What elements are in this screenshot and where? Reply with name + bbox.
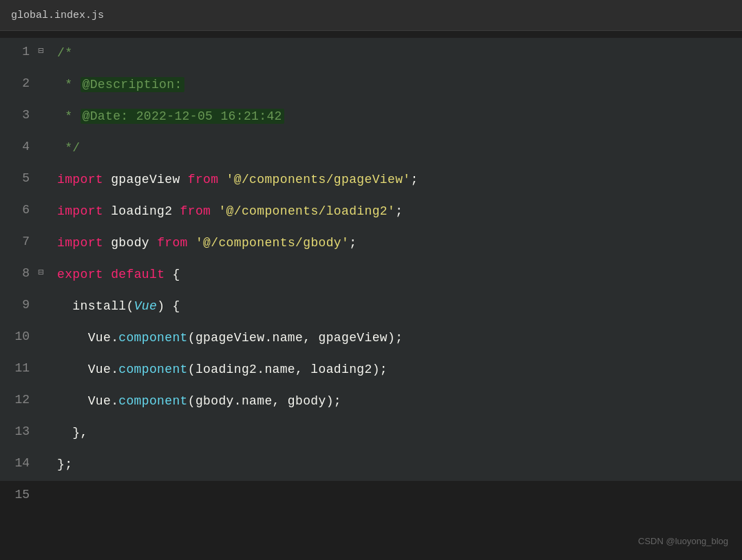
code-token: '@/components/gbody': [195, 236, 349, 250]
code-line: 11 Vue.component(loading2.name, loading2…: [0, 354, 742, 386]
code-token: '@/components/loading2': [218, 204, 395, 218]
code-line: 5import gpageView from '@/components/gpa…: [0, 164, 742, 196]
line-code-content: };: [52, 449, 742, 481]
fold-indicator: [38, 386, 52, 418]
code-line: 10 Vue.component(gpageView.name, gpageVi…: [0, 323, 742, 354]
code-token: Vue.: [57, 394, 118, 408]
code-token: },: [57, 426, 88, 440]
code-token: };: [57, 457, 72, 471]
code-token: component: [118, 363, 187, 376]
code-line: 7import gbody from '@/components/gbody';: [0, 228, 742, 259]
fold-indicator: [38, 481, 52, 513]
code-token: default: [111, 268, 165, 281]
line-number: 13: [0, 418, 38, 449]
code-token: ) {: [157, 299, 180, 313]
code-token: '@/components/gpageView': [226, 173, 411, 186]
code-token: component: [118, 331, 187, 345]
code-line: 2 * @Description:: [0, 69, 742, 101]
code-token: Vue.: [57, 331, 118, 345]
line-code-content: Vue.component(loading2.name, loading2);: [52, 354, 742, 386]
line-code-content: },: [52, 418, 742, 449]
line-code-content: [52, 481, 742, 513]
code-token: [188, 236, 195, 250]
code-token: ;: [395, 204, 403, 218]
fold-indicator: [38, 133, 52, 164]
code-token: ;: [410, 173, 418, 186]
code-line: 6import loading2 from '@/components/load…: [0, 196, 742, 228]
code-line: 14};: [0, 449, 742, 481]
line-number: 3: [0, 101, 38, 133]
line-code-content: * @Description:: [52, 69, 742, 101]
code-token: from: [180, 204, 211, 218]
fold-indicator: [38, 323, 52, 354]
code-token: import: [57, 236, 103, 250]
code-token: gbody: [103, 236, 157, 250]
code-token: install(: [57, 299, 134, 313]
line-number: 1: [0, 38, 38, 69]
code-line: 9 install(Vue) {: [0, 291, 742, 323]
fold-indicator: [38, 164, 52, 196]
code-token: gpageView: [103, 173, 188, 186]
line-code-content: import loading2 from '@/components/loadi…: [52, 196, 742, 228]
file-title: global.index.js: [11, 10, 104, 21]
fold-indicator: [38, 69, 52, 101]
line-number: 4: [0, 133, 38, 164]
fold-indicator: [38, 418, 52, 449]
code-token: [218, 173, 226, 186]
code-token: [211, 204, 218, 218]
code-token: */: [57, 141, 81, 155]
line-code-content: export default {: [52, 259, 742, 291]
code-token: from: [188, 173, 219, 186]
fold-indicator: [38, 354, 52, 386]
line-number: 14: [0, 449, 38, 481]
code-token: (gbody.name, gbody);: [188, 394, 341, 408]
line-number: 5: [0, 164, 38, 196]
line-code-content: import gbody from '@/components/gbody';: [52, 228, 742, 259]
code-token: /*: [57, 46, 72, 60]
code-token: @Date: 2022-12-05 16:21:42: [81, 109, 284, 124]
code-token: ;: [349, 236, 357, 250]
line-number: 10: [0, 323, 38, 354]
fold-indicator: [38, 449, 52, 481]
code-line: 4 */: [0, 133, 742, 164]
line-code-content: Vue.component(gbody.name, gbody);: [52, 386, 742, 418]
fold-indicator: [38, 101, 52, 133]
line-number: 12: [0, 386, 38, 418]
code-token: @Description:: [81, 77, 184, 92]
fold-indicator: [38, 291, 52, 323]
code-line: 13 },: [0, 418, 742, 449]
line-code-content: */: [52, 133, 742, 164]
code-token: (gpageView.name, gpageView);: [188, 331, 403, 345]
fold-indicator: [38, 228, 52, 259]
code-line: 8⊟export default {: [0, 259, 742, 291]
fold-indicator: ⊟: [38, 259, 52, 291]
code-line: 1⊟/*: [0, 38, 742, 69]
code-token: from: [157, 236, 188, 250]
line-code-content: * @Date: 2022-12-05 16:21:42: [52, 101, 742, 133]
title-bar: global.index.js: [0, 0, 742, 31]
line-number: 11: [0, 354, 38, 386]
line-code-content: import gpageView from '@/components/gpag…: [52, 164, 742, 196]
code-token: export: [57, 268, 103, 281]
line-number: 9: [0, 291, 38, 323]
line-number: 8: [0, 259, 38, 291]
code-token: [103, 268, 111, 281]
code-token: component: [118, 394, 187, 408]
watermark: CSDN @luoyong_blog: [638, 536, 728, 546]
code-token: import: [57, 173, 103, 186]
code-token: (loading2.name, loading2);: [188, 363, 388, 376]
code-line: 12 Vue.component(gbody.name, gbody);: [0, 386, 742, 418]
code-token: *: [57, 109, 81, 123]
line-number: 15: [0, 481, 38, 513]
fold-indicator: ⊟: [38, 38, 52, 69]
line-code-content: install(Vue) {: [52, 291, 742, 323]
code-line: 15: [0, 481, 742, 513]
code-line: 3 * @Date: 2022-12-05 16:21:42: [0, 101, 742, 133]
code-token: Vue.: [57, 363, 118, 376]
line-code-content: Vue.component(gpageView.name, gpageView)…: [52, 323, 742, 354]
line-number: 2: [0, 69, 38, 101]
fold-indicator: [38, 196, 52, 228]
code-token: import: [57, 204, 103, 218]
line-number: 6: [0, 196, 38, 228]
code-token: *: [57, 78, 81, 91]
